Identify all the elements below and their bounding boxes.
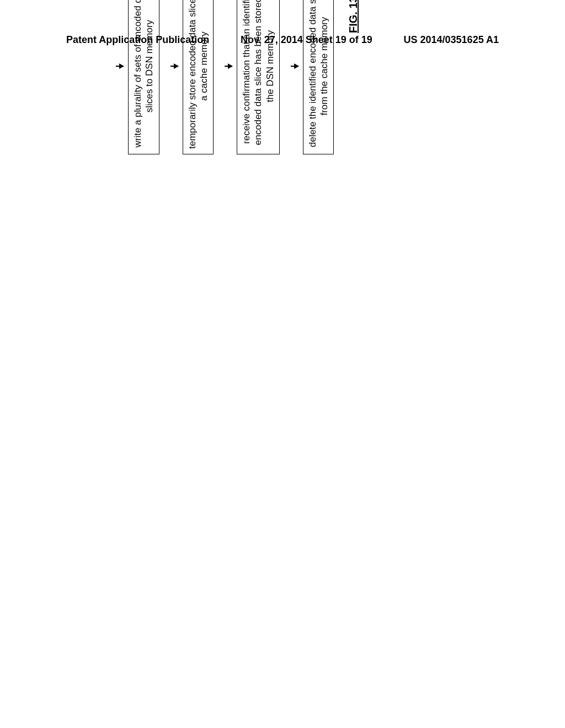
step-box: delete the identified encoded data slice…: [303, 0, 334, 154]
step-230: 230 write a plurality of sets of encoded…: [110, 0, 159, 154]
arrow-down-icon: [291, 66, 299, 67]
step-234: 234 receive confirmation that an identif…: [219, 0, 280, 154]
step-236: 236 delete the identified encoded data s…: [285, 0, 334, 154]
figure-content: 230 write a plurality of sets of encoded…: [110, 0, 565, 154]
figure-label: FIG. 13E: [347, 0, 360, 154]
step-box: receive confirmation that an identified …: [237, 0, 280, 154]
step-number: 230: [110, 0, 122, 154]
step-number: 234: [219, 0, 231, 154]
arrow-down-icon: [116, 66, 124, 67]
step-box: temporarily store encoded data slices in…: [183, 0, 214, 154]
arrow-down-icon: [225, 66, 232, 67]
left-flowchart: 230 write a plurality of sets of encoded…: [110, 0, 565, 154]
arrow-down-icon: [170, 66, 178, 67]
step-box: write a plurality of sets of encoded dat…: [128, 0, 159, 154]
page: Patent Application Publication Nov. 27, …: [0, 0, 565, 728]
step-number: 236: [285, 0, 297, 154]
step-232: 232 temporarily store encoded data slice…: [165, 0, 214, 154]
step-number: 232: [165, 0, 177, 154]
